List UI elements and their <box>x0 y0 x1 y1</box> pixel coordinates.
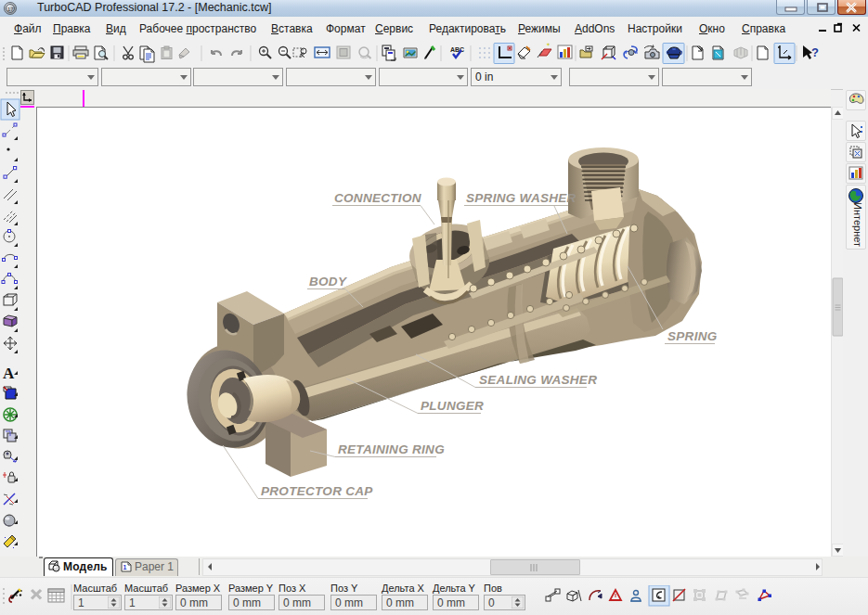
svg-text:SPRING WASHER: SPRING WASHER <box>466 191 577 205</box>
svg-text:?: ? <box>811 45 819 59</box>
svg-text:PLUNGER: PLUNGER <box>421 399 484 413</box>
svg-text:SEALING WASHER: SEALING WASHER <box>479 373 597 387</box>
svg-text:A: A <box>3 365 15 382</box>
svg-text:17: 17 <box>7 6 14 12</box>
svg-text:✦: ✦ <box>546 42 551 47</box>
svg-text:RETAINING RING: RETAINING RING <box>338 442 445 456</box>
svg-text:1: 1 <box>123 564 127 570</box>
svg-text:PROTECTOR CAP: PROTECTOR CAP <box>261 484 373 498</box>
svg-text:SPRING: SPRING <box>667 329 718 343</box>
svg-text:BODY: BODY <box>309 275 348 288</box>
svg-text:Y: Y <box>526 46 530 52</box>
svg-text:CONNECTION: CONNECTION <box>334 191 421 205</box>
svg-text:ABC: ABC <box>450 46 464 53</box>
